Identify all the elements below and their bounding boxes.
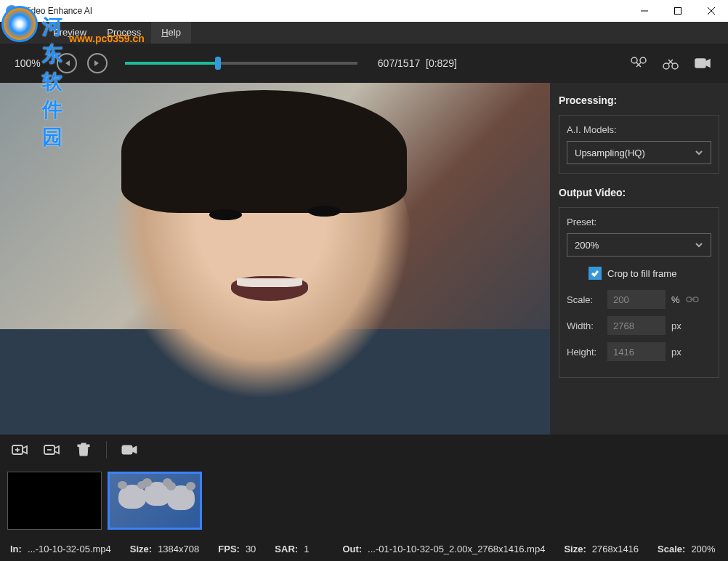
preview-frame bbox=[0, 83, 550, 435]
scale-label: Scale: bbox=[567, 294, 602, 305]
scale-out-value: 200% bbox=[691, 544, 715, 554]
add-clip-button[interactable] bbox=[10, 442, 29, 458]
height-unit: px bbox=[671, 347, 682, 358]
width-label: Width: bbox=[567, 320, 602, 331]
next-frame-button[interactable] bbox=[87, 53, 108, 73]
preset-value: 200% bbox=[575, 240, 599, 251]
height-input[interactable] bbox=[607, 342, 666, 361]
scale-input[interactable] bbox=[607, 290, 666, 309]
size-in-label: Size: bbox=[130, 544, 152, 554]
fps-label: FPS: bbox=[218, 544, 240, 554]
main-area: Processing: A.I. Models: Upsampling(HQ) … bbox=[0, 83, 728, 435]
divider bbox=[106, 441, 107, 459]
zoom-level[interactable]: 100% bbox=[15, 57, 41, 69]
svg-point-10 bbox=[672, 63, 678, 69]
width-input[interactable] bbox=[607, 316, 666, 335]
processing-title: Processing: bbox=[559, 94, 719, 106]
chevron-down-icon bbox=[695, 241, 703, 249]
video-preview[interactable] bbox=[0, 83, 550, 435]
height-label: Height: bbox=[567, 347, 602, 358]
ai-model-dropdown[interactable]: Upsampling(HQ) bbox=[567, 141, 711, 164]
scale-out-label: Scale: bbox=[658, 544, 685, 554]
close-button[interactable] bbox=[695, 0, 728, 22]
maximize-button[interactable] bbox=[661, 0, 695, 22]
in-label: In: bbox=[10, 544, 22, 554]
window-title: Video Enhance AI bbox=[23, 6, 628, 16]
output-title: Output Video: bbox=[559, 187, 719, 198]
app-icon bbox=[6, 5, 17, 17]
fps-value: 30 bbox=[246, 544, 256, 554]
record-button[interactable] bbox=[120, 442, 139, 458]
scale-row: Scale: % bbox=[567, 290, 711, 309]
prev-frame-button[interactable] bbox=[57, 53, 77, 73]
size-out-label: Size: bbox=[564, 544, 586, 554]
ai-models-label: A.I. Models: bbox=[567, 124, 711, 135]
crop-checkbox-row[interactable]: Crop to fill frame bbox=[589, 267, 711, 280]
output-box: Preset: 200% Crop to fill frame Scale: %… bbox=[559, 207, 719, 378]
menu-file[interactable]: File bbox=[7, 22, 43, 44]
svg-rect-12 bbox=[695, 59, 705, 68]
width-unit: px bbox=[671, 320, 682, 331]
width-row: Width: px bbox=[567, 316, 711, 335]
sar-label: SAR: bbox=[275, 544, 298, 554]
timeline-slider[interactable] bbox=[125, 56, 357, 70]
ai-model-value: Upsampling(HQ) bbox=[575, 148, 645, 158]
out-label: Out: bbox=[342, 544, 362, 554]
crop-checkbox[interactable] bbox=[589, 267, 602, 280]
size-out-value: 2768x1416 bbox=[592, 544, 639, 554]
crop-label: Crop to fill frame bbox=[607, 268, 676, 279]
chevron-down-icon bbox=[695, 148, 703, 157]
set-out-point-icon[interactable] bbox=[660, 55, 682, 71]
in-value: ...-10-10-32-05.mp4 bbox=[28, 544, 111, 554]
preset-label: Preset: bbox=[567, 217, 711, 227]
out-value: ...-01-10-10-32-05_2.00x_2768x1416.mp4 bbox=[368, 544, 545, 554]
svg-rect-1 bbox=[675, 8, 682, 15]
toolbar: 100% 607/1517 [0:829] bbox=[0, 44, 728, 83]
frame-counter: 607/1517 [0:829] bbox=[378, 57, 457, 69]
scale-unit: % bbox=[671, 294, 680, 305]
processing-box: A.I. Models: Upsampling(HQ) bbox=[559, 115, 719, 174]
thumbnail-strip bbox=[0, 465, 728, 536]
sar-value: 1 bbox=[304, 544, 309, 554]
link-icon[interactable] bbox=[686, 294, 699, 304]
thumbnail-2[interactable] bbox=[108, 472, 202, 530]
menu-help[interactable]: Help bbox=[151, 22, 191, 44]
menu-preview[interactable]: Preview bbox=[43, 22, 97, 44]
svg-rect-22 bbox=[81, 443, 86, 445]
delete-button[interactable] bbox=[74, 442, 93, 458]
size-in-value: 1384x708 bbox=[158, 544, 199, 554]
height-row: Height: px bbox=[567, 342, 711, 361]
status-bar: In: ...-10-10-32-05.mp4 Size: 1384x708 F… bbox=[0, 536, 728, 561]
svg-point-8 bbox=[663, 63, 669, 69]
svg-rect-23 bbox=[122, 445, 132, 454]
action-bar bbox=[0, 435, 728, 465]
set-in-point-icon[interactable] bbox=[628, 55, 650, 71]
camera-icon[interactable] bbox=[692, 55, 713, 71]
menubar: File Preview Process Help bbox=[0, 22, 728, 44]
menu-process[interactable]: Process bbox=[97, 22, 151, 44]
titlebar: Video Enhance AI bbox=[0, 0, 728, 22]
svg-point-4 bbox=[631, 57, 637, 63]
svg-point-6 bbox=[640, 57, 646, 63]
minimize-button[interactable] bbox=[628, 0, 661, 22]
settings-panel: Processing: A.I. Models: Upsampling(HQ) … bbox=[550, 83, 728, 435]
thumbnail-1[interactable] bbox=[7, 472, 102, 530]
remove-clip-button[interactable] bbox=[42, 442, 61, 458]
preset-dropdown[interactable]: 200% bbox=[567, 233, 711, 257]
